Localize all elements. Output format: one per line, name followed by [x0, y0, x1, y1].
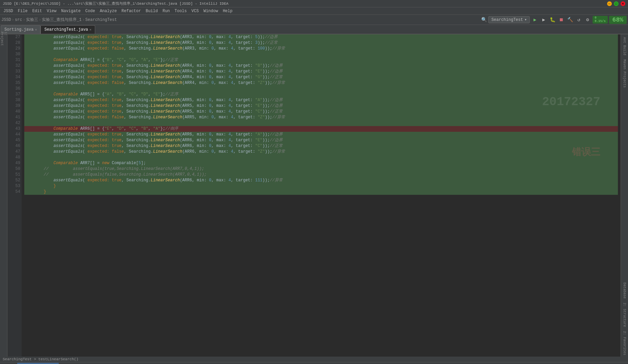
- chevron-down-icon: ▾: [524, 17, 527, 22]
- menu-file[interactable]: File: [16, 8, 30, 14]
- code-line-33: assertEquals( expected: true, Searching.…: [24, 69, 618, 74]
- left-sidebar: 1: Project: [0, 34, 7, 357]
- toolbar-right: 🔍 SearchingTest ▾ ▶ ▶ 🐛 ⏹ 🔨 ↺ ⚙ 00.1%/s …: [481, 16, 627, 24]
- code-line-31: Comparable ARR4[] = {"B", "C", "G", "A",…: [24, 57, 618, 63]
- code-area: 27282930 313233343536 373839404142 43 44…: [7, 34, 621, 357]
- code-line-45: assertEquals( expected: true, Searching.…: [24, 138, 618, 143]
- code-line-51: // assertEquals(false,Searching.LinearSe…: [24, 172, 618, 178]
- coverage-pct-badge: 68%: [609, 16, 627, 24]
- menu-bar: JSSD File Edit View Navigate Code Analyz…: [0, 7, 628, 15]
- code-line-41: assertEquals( expected: false, Searching…: [24, 115, 618, 120]
- favorites-tab[interactable]: 2: Favorites: [621, 330, 628, 357]
- sync-button[interactable]: ↺: [575, 16, 582, 24]
- code-line-35: assertEquals( expected: false, Searching…: [24, 80, 618, 86]
- run-button[interactable]: ▶: [531, 16, 539, 24]
- code-line-40: assertEquals( expected: true, Searching.…: [24, 109, 618, 115]
- structure-tab[interactable]: 2: Structure: [621, 301, 628, 328]
- code-line-52: assertEquals( expected: true, Searching.…: [24, 178, 618, 183]
- menu-tools[interactable]: Tools: [172, 8, 189, 14]
- menu-refactor[interactable]: Refactor: [119, 8, 143, 14]
- close-button[interactable]: ✕: [621, 1, 625, 6]
- line-numbers: 27282930 313233343536 373839404142 43 44…: [7, 34, 22, 357]
- tab-searchingtest-close[interactable]: ✕: [89, 28, 91, 32]
- tabs-bar: Sorting.java ✕ SearchingTest.java ✕: [0, 25, 628, 34]
- code-line-49: Comparable ARR7[] = new Comparable[5];: [24, 160, 618, 166]
- code-content[interactable]: assertEquals( expected: true, Searching.…: [22, 34, 621, 357]
- code-line-54: }: [24, 189, 618, 195]
- maven-projects-tab[interactable]: Maven Projects: [621, 58, 628, 89]
- toolbar: JSSD › src › 实验三 › 实验三_查找与排序_1 › Searchi…: [0, 15, 628, 25]
- code-editor: 27282930 313233343536 373839404142 43 44…: [7, 34, 621, 357]
- menu-edit[interactable]: Edit: [30, 8, 44, 14]
- code-line-32: assertEquals( expected: true, Searching.…: [24, 63, 618, 69]
- coverage-button[interactable]: ▶: [540, 16, 547, 24]
- menu-vcs[interactable]: VCS: [189, 8, 201, 14]
- search-icon: 🔍: [481, 17, 487, 23]
- menu-view[interactable]: View: [45, 8, 58, 14]
- code-line-48: [24, 155, 618, 160]
- debug-button[interactable]: 🐛: [549, 16, 556, 24]
- run-config-label: SearchingTest: [491, 18, 523, 22]
- project-icon[interactable]: 1: Project: [1, 36, 7, 42]
- code-line-46: assertEquals( expected: true, Searching.…: [24, 143, 618, 149]
- window-controls[interactable]: ─ □ ✕: [607, 1, 625, 6]
- code-line-37: Comparable ARR5[] = {"A", "B", "C", "D",…: [24, 92, 618, 97]
- main-layout: 1: Project 27282930 313233343536 3738394…: [0, 34, 628, 357]
- menu-help[interactable]: Help: [221, 8, 235, 14]
- menu-navigate[interactable]: Navigate: [59, 8, 83, 14]
- code-line-53: }: [24, 183, 618, 189]
- code-line-27: assertEquals( expected: true, Searching.…: [24, 34, 618, 40]
- tab-searchingtest[interactable]: SearchingTest.java ✕: [40, 25, 95, 34]
- right-sidebar: Ant Build Maven Projects Database 2: Str…: [621, 34, 628, 357]
- breadcrumb-src[interactable]: src: [15, 18, 22, 22]
- breadcrumb-file[interactable]: SearchingTest: [85, 18, 117, 22]
- title-text: JSSD [E:\DES_Project\JSSD] - ...\src\实验三…: [3, 1, 228, 6]
- menu-run[interactable]: Run: [161, 8, 172, 14]
- code-line-50: // assertEquals(true,Searching.LinearSea…: [24, 166, 618, 172]
- code-line-29: assertEquals( expected: false, Searching…: [24, 46, 618, 52]
- ant-build-tab[interactable]: Ant Build: [621, 36, 628, 57]
- breadcrumb: JSSD › src › 实验三 › 实验三_查找与排序_1 › Searchi…: [1, 17, 117, 23]
- menu-jssd[interactable]: JSSD: [1, 8, 15, 14]
- code-line-36: [24, 86, 618, 92]
- code-line-30: [24, 52, 618, 57]
- code-line-42: [24, 120, 618, 126]
- code-line-38: assertEquals( expected: true, Searching.…: [24, 97, 618, 103]
- run-tabs: Run: SearchingTest ✕ ⚙ ✕: [0, 362, 628, 364]
- title-bar: JSSD [E:\DES_Project\JSSD] - ...\src\实验三…: [0, 0, 628, 7]
- tab-sorting-close[interactable]: ✕: [35, 28, 37, 32]
- database-tab[interactable]: Database: [621, 281, 628, 300]
- path-text: SearchingTest > testLinearSearch(): [3, 357, 78, 361]
- code-line-28: assertEquals( expected: true, Searching.…: [24, 40, 618, 46]
- menu-code[interactable]: Code: [83, 8, 97, 14]
- code-line-43: Comparable ARR6[] = {"E", "D", "C", "B",…: [24, 126, 618, 132]
- path-bar: SearchingTest > testLinearSearch(): [0, 357, 628, 362]
- menu-analyze[interactable]: Analyze: [98, 8, 119, 14]
- build-button[interactable]: 🔨: [566, 16, 574, 24]
- coverage-badge: 00.1%/s: [593, 16, 607, 24]
- code-line-39: assertEquals( expected: true, Searching.…: [24, 103, 618, 109]
- settings-icon[interactable]: ⚙: [584, 16, 591, 24]
- breadcrumb-exp3[interactable]: 实验三: [26, 17, 38, 23]
- code-line-44: assertEquals( expected: true, Searching.…: [24, 132, 618, 138]
- bottom-panel: Run: SearchingTest ✕ ⚙ ✕ Run ▶ ⏹ ↺ ↕ ↔: [0, 362, 628, 364]
- run-config-selector[interactable]: SearchingTest ▾: [488, 16, 530, 23]
- tab-sorting-label: Sorting.java: [4, 27, 33, 32]
- tab-searchingtest-label: SearchingTest.java: [44, 27, 88, 32]
- menu-window[interactable]: Window: [201, 8, 220, 14]
- maximize-button[interactable]: □: [614, 1, 619, 6]
- minimize-button[interactable]: ─: [607, 1, 612, 6]
- stop-button[interactable]: ⏹: [557, 16, 565, 24]
- code-line-34: assertEquals( expected: true, Searching.…: [24, 74, 618, 80]
- breadcrumb-folder[interactable]: 实验三_查找与排序_1: [42, 17, 82, 23]
- code-line-47: assertEquals( expected: false, Searching…: [24, 149, 618, 155]
- menu-build[interactable]: Build: [144, 8, 160, 14]
- breadcrumb-jssd[interactable]: JSSD: [1, 18, 11, 22]
